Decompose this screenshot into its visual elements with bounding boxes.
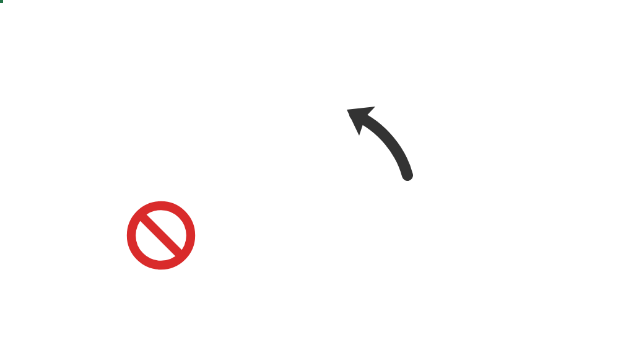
arrow-icon [339,96,426,183]
prohibition-icon [124,198,198,273]
selected-cell-outline [0,0,2,2]
fill-handle[interactable] [0,0,4,4]
svg-point-0 [131,206,191,265]
svg-line-1 [140,214,181,256]
annotation-overlay [0,0,644,337]
